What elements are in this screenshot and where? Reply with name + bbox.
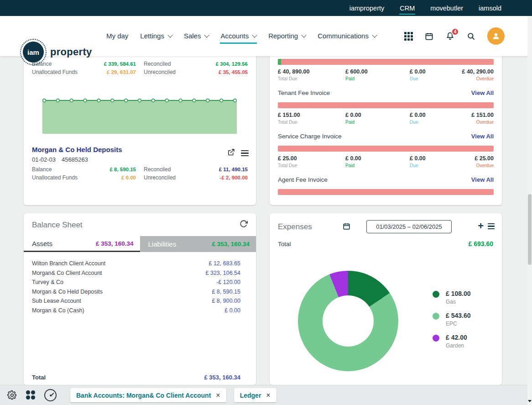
- nav-sales[interactable]: Sales: [183, 28, 209, 44]
- refresh-icon[interactable]: [240, 220, 248, 230]
- account2-actions: [227, 148, 249, 158]
- user-avatar[interactable]: [487, 27, 505, 45]
- nav-lettings[interactable]: Lettings: [140, 28, 172, 44]
- balance-sheet-total-row: Total £ 353, 160.34: [32, 374, 240, 381]
- apps-cluster-icon[interactable]: [26, 390, 36, 400]
- main-nav: My day Lettings Sales Accounts Reporting…: [106, 16, 377, 56]
- tab-liabilities[interactable]: Liabilities £ 353, 160.34: [140, 236, 256, 252]
- close-icon[interactable]: ×: [266, 392, 270, 399]
- person-icon: [491, 32, 501, 41]
- account-name-link[interactable]: Morgan & Co Held Deposits: [32, 146, 122, 153]
- invoice-progress-bar: [278, 59, 494, 65]
- search-icon[interactable]: [467, 32, 475, 41]
- sort-code: 01-02-03: [32, 156, 56, 163]
- table-row: Morgan& Co Client Account£ 323, 106.54: [32, 268, 240, 278]
- account2-details: 01-02-03 45685263: [32, 156, 88, 163]
- logo-circle: iam: [23, 42, 44, 63]
- expenses-total-value: £ 693.60: [469, 240, 494, 247]
- topbar-link-movebutler[interactable]: movebutler: [430, 1, 464, 15]
- tab-ledger[interactable]: Ledger ×: [234, 388, 276, 402]
- balance-sheet-title: Balance Sheet: [32, 221, 83, 230]
- settings-gear-icon[interactable]: [7, 390, 17, 400]
- invoice-section: Service Charge Invoice View All £ 25.00T…: [278, 132, 494, 168]
- scrollbar-thumb[interactable]: [528, 194, 532, 265]
- balance-sheet-card: Balance Sheet Assets £ 353, 160.34 Liabi…: [24, 213, 256, 385]
- close-icon[interactable]: ×: [216, 392, 220, 399]
- chevron-down-icon: [167, 32, 172, 37]
- liabilities-total: £ 353, 160.34: [212, 241, 250, 247]
- invoice-section: Tenant Fee Invoice View All £ 151.00Tota…: [278, 89, 494, 125]
- crm-dashboard: iamproperty CRM movebutler iamsold iam p…: [0, 0, 532, 405]
- view-all-link[interactable]: View All: [471, 133, 494, 140]
- expenses-card: Expenses + Total £ 693.60 £ 108.00 Gas £…: [270, 213, 502, 385]
- nav-my-day[interactable]: My day: [106, 28, 129, 44]
- header-icons: 4: [404, 16, 505, 56]
- account2-reconciled-value: £ 11, 490.15: [219, 167, 248, 172]
- invoice-progress-bar: [278, 189, 494, 195]
- date-picker-calendar-icon[interactable]: [343, 222, 350, 232]
- paid-bar-segment: [278, 59, 281, 65]
- topbar-link-iamsold[interactable]: iamsold: [478, 1, 502, 15]
- invoice-progress-bar: [278, 102, 494, 108]
- expenses-menu-icon[interactable]: [488, 223, 495, 229]
- account1-balance-value: £ 339, 584.61: [104, 61, 136, 67]
- open-external-icon[interactable]: [227, 148, 235, 158]
- invoice-progress-bar: [278, 146, 494, 152]
- expenses-legend: £ 108.00 Gas £ 543.60 EPC £ 42.00 Garden: [433, 290, 471, 349]
- view-all-link[interactable]: View All: [471, 176, 494, 183]
- table-row: Morgan & Co (Cash)£ 0.00: [32, 306, 240, 316]
- topbar-link-crm[interactable]: CRM: [399, 1, 415, 15]
- scroll-down-arrow[interactable]: [527, 398, 532, 404]
- table-row: Turvey & Co-£ 120.00: [32, 278, 240, 287]
- account-number: 45685263: [62, 156, 88, 163]
- account1-stats: Balance£ 339, 584.61 Reconciled£ 304, 12…: [32, 61, 248, 76]
- balance-sparkline-chart: [42, 93, 237, 134]
- legend-item-garden: £ 42.00 Garden: [433, 334, 471, 349]
- legend-dot: [433, 313, 439, 320]
- legend-dot: [433, 335, 439, 342]
- invoices-card: £ 40, 890.00Total Due £ 600.00Paid £ 0.0…: [270, 56, 502, 205]
- nav-reporting[interactable]: Reporting: [268, 28, 306, 44]
- account-menu-icon[interactable]: [241, 150, 249, 157]
- expenses-title: Expenses: [278, 222, 312, 231]
- assets-table: Wilton Branch Client Account£ 12, 683.65…: [32, 259, 240, 315]
- chevron-down-icon: [302, 32, 307, 37]
- account1-unallocated-value: £ 29, 631.07: [107, 69, 136, 75]
- top-bar: iamproperty CRM movebutler iamsold: [0, 0, 532, 16]
- view-all-link[interactable]: View All: [471, 89, 494, 96]
- chevron-down-icon: [252, 32, 257, 37]
- tab-bank-accounts[interactable]: Bank Accounts: Morgan& Co Client Account…: [70, 388, 226, 402]
- account1-reconciled-value: £ 304, 129.56: [216, 61, 248, 67]
- bank-accounts-card: Balance£ 339, 584.61 Reconciled£ 304, 12…: [24, 56, 256, 205]
- app-header: iam property My day Lettings Sales Accou…: [0, 16, 532, 56]
- nav-accounts[interactable]: Accounts: [220, 28, 257, 44]
- vertical-scrollbar: [527, 16, 532, 405]
- topbar-link-iamproperty[interactable]: iamproperty: [349, 1, 385, 15]
- account2-balance-value: £ 8, 590.15: [110, 167, 136, 172]
- table-row: Morgan & Co Held Deposits£ 8, 590.15: [32, 287, 240, 297]
- notifications-bell-icon[interactable]: 4: [445, 32, 455, 41]
- nav-communications[interactable]: Communications: [317, 28, 377, 44]
- open-tabs: Bank Accounts: Morgan& Co Client Account…: [70, 388, 276, 402]
- tab-assets[interactable]: Assets £ 353, 160.34: [24, 236, 140, 252]
- expenses-total-label: Total: [278, 241, 291, 247]
- account2-unallocated-value: £ 0.00: [121, 175, 136, 180]
- legend-item-gas: £ 108.00 Gas: [433, 290, 471, 305]
- calendar-icon[interactable]: [425, 32, 433, 41]
- assets-total: £ 353, 160.34: [96, 240, 134, 247]
- add-expense-button[interactable]: +: [478, 220, 484, 232]
- invoice-section: £ 40, 890.00Total Due £ 600.00Paid £ 0.0…: [278, 59, 494, 81]
- legend-dot: [433, 291, 439, 298]
- notification-count-badge: 4: [451, 28, 459, 36]
- speedometer-icon[interactable]: [44, 389, 57, 401]
- chevron-down-icon: [204, 32, 209, 37]
- logo-wordmark: property: [50, 46, 92, 58]
- invoice-section-title: Tenant Fee Invoice: [278, 89, 330, 96]
- account2-stats: Balance£ 8, 590.15 Reconciled£ 11, 490.1…: [32, 166, 248, 182]
- iamproperty-logo[interactable]: iam property: [23, 42, 92, 63]
- date-range-input[interactable]: [366, 220, 452, 233]
- account1-unreconciled-value: £ 35, 455.05: [219, 69, 248, 75]
- bottom-taskbar: Bank Accounts: Morgan& Co Client Account…: [0, 385, 532, 405]
- apps-grid-icon[interactable]: [404, 32, 413, 41]
- account2-unreconciled-value: -£ 2, 900.00: [220, 175, 248, 180]
